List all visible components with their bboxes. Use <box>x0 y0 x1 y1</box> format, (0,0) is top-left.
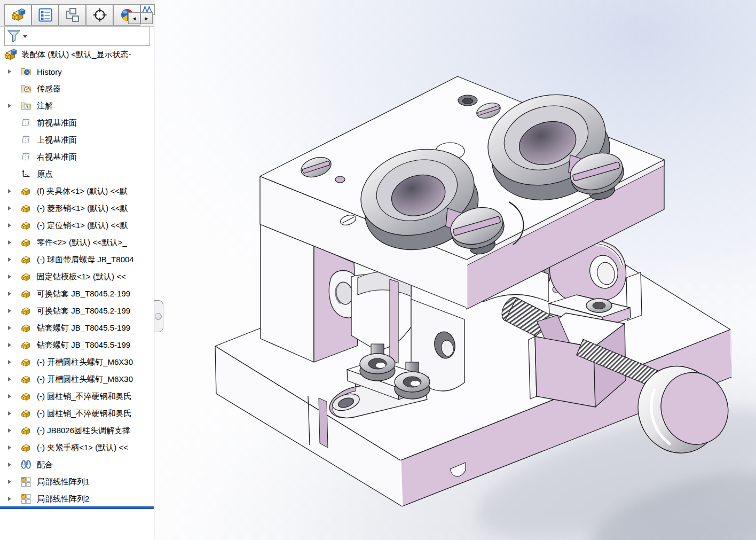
tree-item-10[interactable]: (-) 定位销<1> (默认) <<默 <box>0 217 154 234</box>
tree-item-11[interactable]: 零件<2> (默认) <<默认>_ <box>0 234 154 251</box>
expand-arrow-icon[interactable] <box>6 206 20 210</box>
tree-item-25[interactable]: 局部线性阵列1 <box>0 473 154 490</box>
model-spherical-washer-1[interactable] <box>360 354 395 381</box>
tree-item-label: (-) 开槽圆柱头螺钉_M6X30 <box>37 357 133 367</box>
tree-item-13[interactable]: 固定钻模板<1> (默认) << <box>0 268 154 285</box>
tree-item-label: 前视基准面 <box>37 118 77 128</box>
tree-item-4[interactable]: 前视基准面 <box>0 114 154 131</box>
part-icon <box>20 237 32 248</box>
tree-item-14[interactable]: 可换钻套 JB_T8045.2-199 <box>0 285 154 302</box>
tree-item-label: History <box>37 67 62 76</box>
tree-item-label: 注解 <box>37 101 53 111</box>
part-icon <box>20 408 32 419</box>
expand-arrow-icon[interactable] <box>6 394 20 398</box>
tree-item-2[interactable]: 传感器 <box>0 80 154 97</box>
tree-item-18[interactable]: (-) 开槽圆柱头螺钉_M6X30 <box>0 354 154 371</box>
tab-feature-tree[interactable] <box>4 4 32 26</box>
expand-arrow-icon[interactable] <box>6 360 20 364</box>
tree-item-12[interactable]: (-) 球面带肩螺母 JB_T8004 <box>0 251 154 268</box>
part-icon <box>20 442 32 453</box>
plane-icon <box>20 151 32 163</box>
expand-arrow-icon[interactable] <box>6 309 20 313</box>
tree-item-8[interactable]: (f) 夹具体<1> (默认) <<默 <box>0 183 154 200</box>
origin-icon <box>20 168 32 180</box>
tree-item-20[interactable]: (-) 圆柱销_不淬硬钢和奥氏 <box>0 388 154 405</box>
tree-item-22[interactable]: (-) JB8026圆柱头调解支撑 <box>0 422 154 439</box>
part-icon <box>20 220 32 231</box>
tree-item-6[interactable]: 右视基准面 <box>0 148 154 166</box>
panel-splitter-handle[interactable] <box>154 300 163 332</box>
filter-dropdown-caret-icon[interactable] <box>23 35 27 38</box>
tab-property-manager[interactable] <box>32 4 59 26</box>
expand-arrow-icon[interactable] <box>6 257 20 262</box>
tree-item-label: 零件<2> (默认) <<默认>_ <box>37 238 127 248</box>
tree-item-label: 局部线性阵列2 <box>37 494 89 504</box>
tree-item-label: 右视基准面 <box>37 152 77 162</box>
tree-item-15[interactable]: 可换钻套 JB_T8045.2-199 <box>0 302 154 319</box>
tree-item-label: (-) 开槽圆柱头螺钉_M6X30 <box>37 374 133 385</box>
expand-arrow-icon[interactable] <box>6 428 20 433</box>
tree-item-17[interactable]: 钻套螺钉 JB_T8045.5-199 <box>0 336 154 354</box>
expand-arrow-icon[interactable] <box>6 377 20 381</box>
assembly-icon <box>3 48 18 62</box>
tree-item-label: 装配体 (默认) <默认_显示状态- <box>21 50 131 60</box>
tree-item-label: (-) JB8026圆柱头调解支撑 <box>37 426 130 436</box>
expand-arrow-icon[interactable] <box>6 480 20 484</box>
expand-arrow-icon[interactable] <box>6 104 20 108</box>
tree-filter-bar[interactable] <box>4 27 150 46</box>
part-icon <box>20 202 32 214</box>
part-icon <box>20 390 32 402</box>
expand-arrow-icon[interactable] <box>6 497 20 501</box>
tree-item-19[interactable]: (-) 开槽圆柱头螺钉_M6X30 <box>0 371 154 388</box>
tree-item-label: (-) 圆柱销_不淬硬钢和奥氏 <box>37 409 132 419</box>
expand-arrow-icon[interactable] <box>6 275 20 279</box>
expand-arrow-icon[interactable] <box>6 69 20 74</box>
tree-item-1[interactable]: History <box>0 63 154 80</box>
tree-item-label: (-) 夹紧手柄<1> (默认) << <box>37 443 128 453</box>
part-icon <box>20 373 32 385</box>
part-icon <box>20 305 32 317</box>
annotations-icon <box>20 100 32 112</box>
panel-tab-bar: ◄ ► <box>0 0 154 27</box>
history-icon <box>20 66 32 77</box>
expand-arrow-icon[interactable] <box>6 240 20 245</box>
tree-item-9[interactable]: (-) 菱形销<1> (默认) <<默 <box>0 200 154 217</box>
tree-item-label: 固定钻模板<1> (默认) << <box>37 272 126 282</box>
expand-arrow-icon[interactable] <box>6 463 20 467</box>
tree-item-7[interactable]: 原点 <box>0 166 154 183</box>
tab-scroll-right-button[interactable]: ► <box>140 12 153 24</box>
rollback-bar[interactable] <box>0 506 154 509</box>
mates-icon <box>20 459 32 471</box>
plane-icon <box>20 117 32 129</box>
model-spherical-washer-2[interactable] <box>395 372 430 399</box>
tree-item-5[interactable]: 上视基准面 <box>0 131 154 148</box>
tab-scroll-left-button[interactable]: ◄ <box>128 12 140 24</box>
expand-arrow-icon[interactable] <box>6 292 20 296</box>
tree-item-label: (-) 球面带肩螺母 JB_T8004 <box>37 255 134 265</box>
expand-arrow-icon[interactable] <box>6 326 20 330</box>
tree-item-label: 钻套螺钉 JB_T8045.5-199 <box>37 340 130 350</box>
part-icon <box>20 425 32 436</box>
part-icon <box>20 339 32 351</box>
tree-item-3[interactable]: 注解 <box>0 97 154 114</box>
tree-item-21[interactable]: (-) 圆柱销_不淬硬钢和奥氏 <box>0 405 154 422</box>
part-icon <box>20 322 32 334</box>
tree-item-label: 传感器 <box>37 84 61 94</box>
assembly-icon <box>10 7 26 23</box>
tab-dimxpert-manager[interactable] <box>86 4 113 26</box>
tree-item-23[interactable]: (-) 夹紧手柄<1> (默认) << <box>0 439 154 456</box>
expand-arrow-icon[interactable] <box>6 411 20 416</box>
tree-item-16[interactable]: 钻套螺钉 JB_T8045.5-199 <box>0 319 154 336</box>
expand-arrow-icon[interactable] <box>6 445 20 450</box>
tree-item-24[interactable]: 配合 <box>0 456 154 473</box>
part-icon <box>20 271 32 283</box>
tree-item-26[interactable]: 局部线性阵列2 <box>0 490 154 507</box>
expand-arrow-icon[interactable] <box>6 223 20 228</box>
part-icon <box>20 254 32 265</box>
tree-item-0[interactable]: 装配体 (默认) <默认_显示状态- <box>0 46 154 63</box>
tab-configuration-manager[interactable] <box>59 4 86 26</box>
pattern-icon <box>20 476 32 488</box>
expand-arrow-icon[interactable] <box>6 343 20 347</box>
tree-item-label: 钻套螺钉 JB_T8045.5-199 <box>37 323 130 333</box>
expand-arrow-icon[interactable] <box>6 189 20 193</box>
